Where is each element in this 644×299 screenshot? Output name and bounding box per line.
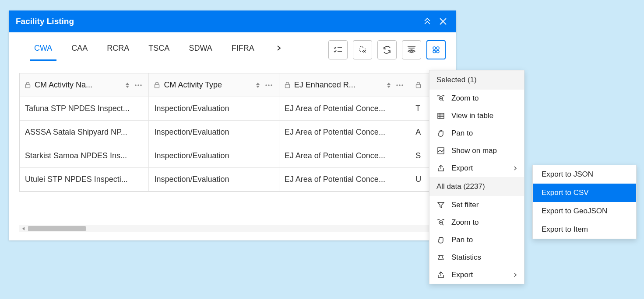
scroll-left-icon[interactable] <box>19 225 27 232</box>
svg-point-24 <box>271 84 272 86</box>
tabs-overflow-icon[interactable] <box>274 43 284 53</box>
svg-rect-37 <box>438 113 444 118</box>
svg-marker-20 <box>256 83 260 85</box>
svg-marker-26 <box>387 83 391 85</box>
table-header: CM Activity Na... CM Activity Type <box>20 73 445 97</box>
svg-point-17 <box>138 84 139 86</box>
scroll-thumb[interactable] <box>28 226 86 231</box>
menu-export-all[interactable]: Export <box>429 266 524 284</box>
table-row[interactable]: Utulei STP NPDES Inspecti... Inspection/… <box>20 168 445 191</box>
lock-icon <box>25 82 31 88</box>
tab-sdwa[interactable]: SDWA <box>189 44 212 61</box>
export-csv[interactable]: Export to CSV <box>533 184 636 202</box>
table-icon <box>436 111 445 120</box>
lock-icon <box>285 82 291 88</box>
tab-fifra[interactable]: FIFRA <box>232 44 254 61</box>
menu-pan-to-all[interactable]: Pan to <box>429 231 524 249</box>
svg-rect-13 <box>26 84 30 88</box>
toolbar <box>328 40 446 64</box>
column-menu-icon[interactable] <box>265 84 274 87</box>
svg-point-16 <box>135 84 137 86</box>
svg-point-29 <box>399 84 400 86</box>
facility-table: CM Activity Na... CM Activity Type <box>19 73 446 192</box>
pan-icon <box>436 236 445 244</box>
toolbar-show-hide-icon[interactable] <box>402 40 421 59</box>
menu-zoom-to-all[interactable]: Zoom to <box>429 214 524 231</box>
export-geojson[interactable]: Export to GeoJSON <box>533 202 636 220</box>
toolbar-actions-icon[interactable] <box>426 40 446 59</box>
sort-icon[interactable] <box>386 82 392 89</box>
svg-marker-14 <box>126 83 129 85</box>
table-row[interactable]: Starkist Samoa NPDES Ins... Inspection/E… <box>20 144 445 168</box>
svg-point-23 <box>268 84 269 86</box>
svg-point-30 <box>401 84 403 86</box>
svg-point-18 <box>141 84 142 86</box>
pan-icon <box>436 129 445 138</box>
svg-marker-27 <box>387 86 391 88</box>
export-item[interactable]: Export to Item <box>533 220 636 239</box>
filter-icon <box>436 201 445 209</box>
lock-icon <box>415 82 422 88</box>
chevron-right-icon <box>514 272 517 278</box>
collapse-icon[interactable] <box>421 15 433 28</box>
column-header-activity-type[interactable]: CM Activity Type <box>149 73 279 97</box>
menu-pan-to[interactable]: Pan to <box>429 125 524 142</box>
tab-row: CWA CAA RCRA TSCA SDWA FIFRA <box>9 32 456 64</box>
svg-point-22 <box>265 84 267 86</box>
svg-point-10 <box>436 47 439 49</box>
svg-rect-19 <box>155 84 159 88</box>
sort-icon[interactable] <box>255 82 261 89</box>
tab-rcra[interactable]: RCRA <box>107 44 129 61</box>
svg-marker-21 <box>256 86 260 88</box>
tab-cwa[interactable]: CWA <box>34 44 52 61</box>
export-submenu: Export to JSON Export to CSV Export to G… <box>532 165 637 239</box>
sort-icon[interactable] <box>125 82 131 89</box>
svg-point-28 <box>396 84 398 86</box>
facility-listing-panel: Facility Listing CWA CAA RCRA TSCA SDWA … <box>9 10 456 240</box>
column-header-activity-name[interactable]: CM Activity Na... <box>20 73 149 97</box>
lock-icon <box>154 82 160 88</box>
menu-zoom-to[interactable]: Zoom to <box>429 90 524 107</box>
svg-rect-31 <box>416 84 421 88</box>
table-row[interactable]: Tafuna STP NPDES Inspect... Inspection/E… <box>20 97 445 121</box>
svg-line-44 <box>442 224 443 225</box>
toolbar-clear-selection-icon[interactable] <box>353 40 372 59</box>
svg-rect-25 <box>285 84 289 88</box>
tab-caa[interactable]: CAA <box>71 44 88 61</box>
panel-title: Facility Listing <box>16 17 418 26</box>
svg-point-11 <box>433 50 436 53</box>
toolbar-checklist-icon[interactable] <box>328 40 348 59</box>
svg-marker-32 <box>22 227 25 230</box>
menu-set-filter[interactable]: Set filter <box>429 196 524 214</box>
svg-point-8 <box>411 50 412 52</box>
tab-tsca[interactable]: TSCA <box>148 44 169 61</box>
panel-header: Facility Listing <box>9 10 456 32</box>
statistics-icon <box>436 253 445 262</box>
tabs: CWA CAA RCRA TSCA SDWA FIFRA <box>34 43 284 61</box>
horizontal-scrollbar[interactable] <box>19 225 446 232</box>
svg-marker-15 <box>126 86 129 88</box>
menu-export-selected[interactable]: Export <box>429 160 524 177</box>
menu-statistics[interactable]: Statistics <box>429 249 524 266</box>
svg-line-34 <box>442 100 443 101</box>
table-container: CM Activity Na... CM Activity Type <box>9 64 456 243</box>
svg-point-9 <box>433 47 436 49</box>
toolbar-refresh-icon[interactable] <box>377 40 397 59</box>
column-menu-icon[interactable] <box>396 84 405 87</box>
zoom-to-icon <box>436 94 445 103</box>
export-icon <box>436 271 445 279</box>
menu-show-on-map[interactable]: Show on map <box>429 142 524 160</box>
column-header-ej-enhanced[interactable]: EJ Enhanced R... <box>279 73 410 97</box>
export-icon <box>436 164 445 173</box>
menu-section-all: All data (2237) <box>429 177 524 196</box>
chevron-right-icon <box>514 166 517 171</box>
menu-view-in-table[interactable]: View in table <box>429 107 524 125</box>
table-row[interactable]: ASSSA Satala Shipyard NP... Inspection/E… <box>20 121 445 144</box>
menu-section-selected: Selected (1) <box>429 70 524 90</box>
column-menu-icon[interactable] <box>134 84 143 87</box>
export-json[interactable]: Export to JSON <box>533 165 636 184</box>
close-icon[interactable] <box>437 15 449 28</box>
actions-menu: Selected (1) Zoom to View in table Pan t… <box>429 70 524 284</box>
map-icon <box>436 146 445 155</box>
svg-point-12 <box>436 50 439 53</box>
